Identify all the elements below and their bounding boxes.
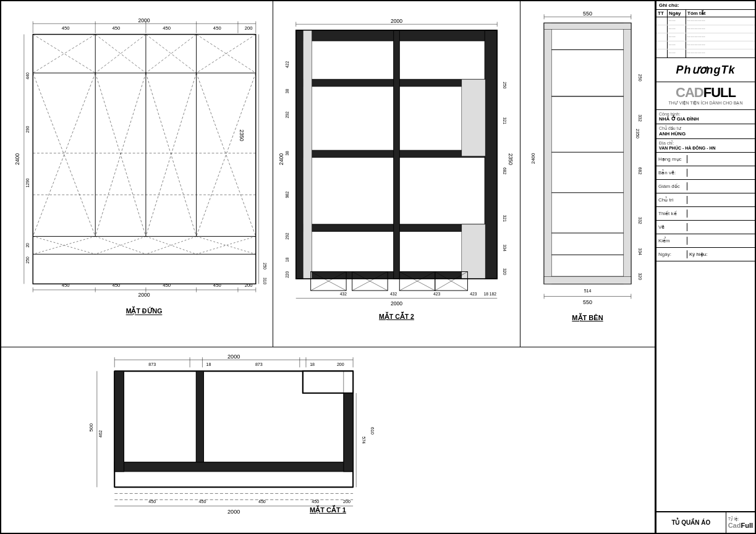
ban-ve-row: Bản vẽ:	[656, 166, 755, 180]
rev-row-4: …… ……………	[656, 41, 755, 49]
svg-text:450: 450	[148, 499, 156, 504]
svg-text:200: 200	[343, 499, 350, 504]
svg-text:2350: 2350	[635, 129, 640, 138]
cadfull-logo: CADFULL	[659, 86, 752, 100]
drawing-area: 2000 450 450 450 450 200 2400	[1, 1, 656, 533]
svg-text:1290: 1290	[25, 178, 30, 187]
svg-text:292: 292	[285, 111, 289, 118]
svg-text:450: 450	[163, 25, 171, 31]
svg-text:873: 873	[148, 362, 156, 367]
svg-text:320: 320	[503, 268, 507, 275]
revision-rows: …… …………… …… …………… …… …………… …… …………… ……	[656, 17, 755, 58]
svg-text:200: 200	[337, 362, 344, 367]
view-mat-cat2: 2000 422 38 292 38 982 292 18 220 250 32…	[273, 1, 520, 347]
svg-text:450: 450	[62, 25, 70, 31]
svg-text:2000: 2000	[138, 17, 150, 23]
svg-rect-96	[296, 30, 303, 279]
svg-text:38: 38	[285, 151, 289, 156]
chu-tri-row: Chủ trì	[656, 193, 755, 207]
svg-text:610: 610	[370, 427, 375, 434]
svg-text:290: 290	[25, 126, 30, 133]
svg-text:450: 450	[163, 282, 171, 288]
svg-rect-24	[33, 35, 256, 284]
svg-text:2400: 2400	[278, 153, 284, 165]
svg-line-55	[197, 236, 256, 254]
svg-text:2000: 2000	[138, 292, 150, 299]
hang-muc-row: Hạng mục	[656, 153, 755, 166]
svg-text:250: 250	[25, 256, 30, 263]
svg-text:682: 682	[638, 167, 642, 175]
svg-text:18: 18	[206, 362, 211, 367]
tb-fields: Hạng mục Bản vẽ: Giám đốc Chủ trì Thiết …	[656, 153, 755, 511]
svg-line-31	[33, 35, 95, 73]
svg-text:423: 423	[470, 292, 477, 296]
chu-dau-tu-section: Chủ đầu tư: ANH HÙNG	[656, 124, 755, 139]
svg-line-32	[33, 35, 95, 73]
svg-text:500: 500	[88, 423, 94, 432]
ghi-chu-header: Ghi chú:	[656, 1, 755, 10]
svg-rect-179	[344, 393, 353, 472]
svg-text:2350: 2350	[239, 129, 245, 141]
phuong-logo: PhươngTk	[659, 63, 752, 77]
svg-text:423: 423	[433, 292, 440, 296]
svg-text:332: 332	[638, 114, 642, 122]
cong-trinh-section: Công trình: NHÀ Ở GIA ĐÌNH	[656, 110, 755, 124]
svg-rect-174	[303, 371, 353, 393]
giam-doc-row: Giám đốc	[656, 180, 755, 193]
svg-text:450: 450	[62, 282, 70, 288]
cadfull-sub: THƯ VIỆN TIỆN ÍCH DÀNH CHO BẠN	[659, 101, 752, 106]
svg-line-56	[197, 236, 256, 254]
svg-text:450: 450	[312, 499, 319, 504]
svg-text:310: 310	[263, 278, 267, 284]
svg-rect-146	[544, 276, 631, 284]
svg-text:292: 292	[285, 232, 289, 239]
svg-text:18: 18	[310, 362, 315, 367]
svg-text:MẶT BÊN: MẶT BÊN	[572, 313, 603, 322]
svg-text:982: 982	[285, 191, 289, 198]
svg-rect-145	[544, 23, 631, 29]
view-mat-dung: 2000 450 450 450 450 200 2400	[1, 1, 273, 347]
dia-chi-section: Địa chỉ: VAN PHÚC - HÀ ĐÔNG - HN	[656, 139, 755, 153]
svg-text:440: 440	[25, 72, 30, 79]
ngay-header: Ngày	[668, 10, 686, 17]
svg-text:450: 450	[258, 499, 266, 504]
svg-text:2400: 2400	[14, 153, 20, 165]
svg-text:332: 332	[638, 217, 642, 224]
svg-rect-181	[124, 371, 197, 462]
ngay-ky-hieu-row: Ngày: Ký hiệu:	[656, 248, 755, 261]
kiem-row: Kiểm	[656, 234, 755, 248]
thiet-ke-row: Thiết kế	[656, 207, 755, 221]
svg-text:450: 450	[213, 282, 221, 288]
drawing-top: 2000 450 450 450 450 200 2400	[1, 1, 655, 347]
drawing-bottom: 2000 873 18 873 18 200 500 462	[1, 347, 655, 520]
main-container: 2000 450 450 450 450 200 2400	[0, 0, 756, 534]
svg-text:682: 682	[503, 167, 507, 174]
svg-text:432: 432	[390, 292, 397, 296]
svg-rect-101	[394, 30, 400, 279]
svg-text:250: 250	[638, 74, 642, 82]
svg-rect-177	[114, 462, 353, 472]
svg-text:320: 320	[638, 273, 642, 280]
svg-text:873: 873	[255, 362, 263, 367]
svg-text:200: 200	[245, 25, 253, 31]
svg-text:321: 321	[503, 117, 507, 124]
svg-text:250: 250	[503, 82, 507, 88]
svg-text:220: 220	[285, 271, 289, 278]
rev-row-3: …… ……………	[656, 33, 755, 41]
svg-text:2000: 2000	[227, 354, 240, 360]
rev-row-1: …… ……………	[656, 17, 755, 25]
svg-text:334: 334	[638, 248, 642, 255]
phuong-logo-area: PhươngTk	[656, 58, 755, 82]
svg-text:450: 450	[112, 25, 120, 31]
svg-text:2000: 2000	[391, 300, 402, 307]
title-block: Ghi chú: TT Ngày Tóm tắt …… …………… …… …………	[656, 1, 755, 533]
svg-rect-135	[544, 23, 631, 284]
view-mat-cat1: 2000 873 18 873 18 200 500 462	[1, 347, 655, 520]
svg-text:550: 550	[583, 11, 592, 17]
ve-row: Vẽ	[656, 221, 755, 234]
svg-text:18 182: 18 182	[484, 292, 497, 296]
svg-text:2350: 2350	[508, 153, 514, 165]
svg-rect-98	[303, 30, 312, 279]
svg-text:574: 574	[361, 436, 366, 444]
tomtat-header: Tóm tắt	[686, 10, 755, 17]
